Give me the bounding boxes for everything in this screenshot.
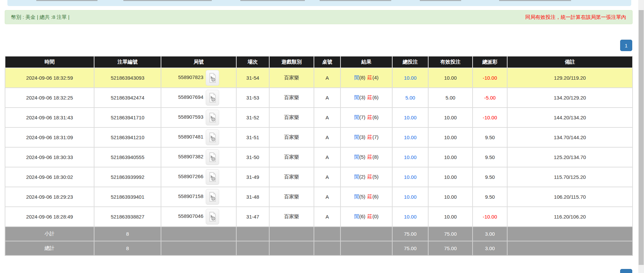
cell-total-bet[interactable]: 10.00 xyxy=(392,68,428,88)
header-total-bet: 總投注 xyxy=(392,56,428,68)
video-replay-icon[interactable] xyxy=(206,149,219,165)
cell-total-bet[interactable]: 10.00 xyxy=(392,147,428,167)
cell-game-type: 百家樂 xyxy=(269,167,314,187)
cell-total-bet[interactable]: 10.00 xyxy=(392,127,428,147)
cell-game-type: 百家樂 xyxy=(269,127,314,147)
filter-panel-cutoff xyxy=(7,0,631,6)
cell-valid-bet: 5.00 xyxy=(428,88,473,108)
result-banker-label: 莊 xyxy=(367,213,372,219)
cell-remark: 134.20/129.20 xyxy=(507,88,633,108)
header-payout: 總派彩 xyxy=(473,56,507,68)
table-row: 2024-09-06 18:32:25 521863942474 5589076… xyxy=(5,88,633,108)
vertical-scrollbar[interactable] xyxy=(638,0,644,273)
cell-total-bet[interactable]: 5.00 xyxy=(392,88,428,108)
cell-bet-no: 521863942474 xyxy=(94,88,161,108)
grand-total-payout: 3.00 xyxy=(473,241,507,256)
input-underline xyxy=(240,0,305,1)
cell-bet-no: 521863938827 xyxy=(94,207,161,227)
subtotal-label: 小計 xyxy=(5,227,94,241)
table-header-row: 時間 注單編號 局號 場次 遊戲類別 桌號 結果 總投注 有效投注 總派彩 備註 xyxy=(5,56,633,68)
result-player-score: (3) xyxy=(359,134,365,140)
result-player-score: (2) xyxy=(359,174,365,180)
video-replay-icon[interactable] xyxy=(206,169,219,185)
pagination-page-1-top[interactable]: 1 xyxy=(620,40,632,51)
cell-total-bet[interactable]: 10.00 xyxy=(392,187,428,207)
cell-bet-no: 521863940555 xyxy=(94,147,161,167)
video-replay-icon[interactable] xyxy=(206,70,219,86)
result-banker-score: (6) xyxy=(372,94,378,100)
cell-result: 閒(6)莊(0) xyxy=(340,207,392,227)
cell-total-bet[interactable]: 10.00 xyxy=(392,207,428,227)
video-replay-icon[interactable] xyxy=(206,209,219,225)
cell-table-no: A xyxy=(314,127,340,147)
cell-payout: -10.00 xyxy=(473,108,507,127)
pagination-page-1-bottom[interactable]: 1 xyxy=(620,269,632,273)
cell-time: 2024-09-06 18:29:23 xyxy=(5,187,94,207)
cell-bet-no: 521863943093 xyxy=(94,68,161,88)
table-row: 2024-09-06 18:30:33 521863940555 5589073… xyxy=(5,147,633,167)
result-banker-score: (8) xyxy=(372,154,378,160)
result-player-score: (5) xyxy=(359,154,365,160)
cell-valid-bet: 10.00 xyxy=(428,147,473,167)
cell-session: 31-50 xyxy=(236,147,269,167)
cell-round-no: 558907593 xyxy=(161,108,236,127)
cell-game-type: 百家樂 xyxy=(269,68,314,88)
cell-result: 閒(8)莊(4) xyxy=(340,68,392,88)
cell-bet-no: 521863941210 xyxy=(94,127,161,147)
video-replay-icon[interactable] xyxy=(206,90,219,106)
result-player-label: 閒 xyxy=(354,154,359,160)
cell-remark: 144.20/134.20 xyxy=(507,108,633,127)
cell-total-bet[interactable]: 10.00 xyxy=(392,108,428,127)
cell-remark: 106.20/115.70 xyxy=(507,187,633,207)
video-replay-icon[interactable] xyxy=(206,129,219,145)
cell-game-type: 百家樂 xyxy=(269,187,314,207)
cell-session: 31-49 xyxy=(236,167,269,187)
cell-payout: -10.00 xyxy=(473,207,507,227)
cell-session: 31-48 xyxy=(236,187,269,207)
round-no-text: 558907266 xyxy=(178,173,203,179)
cell-payout: -10.00 xyxy=(473,68,507,88)
result-player-label: 閒 xyxy=(354,213,359,219)
scrollbar-thumb[interactable] xyxy=(639,10,644,265)
result-player-score: (5) xyxy=(359,194,365,199)
cell-table-no: A xyxy=(314,68,340,88)
cell-remark: 129.20/119.20 xyxy=(507,68,633,88)
header-session: 場次 xyxy=(236,56,269,68)
cell-valid-bet: 10.00 xyxy=(428,167,473,187)
cell-valid-bet: 10.00 xyxy=(428,127,473,147)
result-banker-label: 莊 xyxy=(367,174,372,180)
cell-table-no: A xyxy=(314,147,340,167)
input-underline xyxy=(320,0,391,1)
table-row: 2024-09-06 18:31:43 521863941710 5589075… xyxy=(5,108,633,127)
header-valid-bet: 有效投注 xyxy=(428,56,473,68)
result-player-label: 閒 xyxy=(354,194,359,199)
subtotal-total-bet: 75.00 xyxy=(392,227,428,241)
cell-result: 閒(3)莊(7) xyxy=(340,127,392,147)
table-row: 2024-09-06 18:29:23 521863939401 5589071… xyxy=(5,187,633,207)
cell-remark: 125.20/134.70 xyxy=(507,147,633,167)
cell-session: 31-53 xyxy=(236,88,269,108)
cell-payout: 9.50 xyxy=(473,187,507,207)
grand-total-count: 8 xyxy=(94,241,161,256)
cell-bet-no: 521863939401 xyxy=(94,187,161,207)
result-banker-score: (5) xyxy=(372,174,378,180)
cell-session: 31-51 xyxy=(236,127,269,147)
table-row: 2024-09-06 18:31:09 521863941210 5589074… xyxy=(5,127,633,147)
cell-total-bet[interactable]: 10.00 xyxy=(392,167,428,187)
video-replay-icon[interactable] xyxy=(206,110,219,125)
round-no-text: 558907593 xyxy=(178,114,203,120)
cell-time: 2024-09-06 18:30:33 xyxy=(5,147,94,167)
cell-session: 31-47 xyxy=(236,207,269,227)
result-banker-label: 莊 xyxy=(367,94,372,100)
cell-result: 閒(2)莊(5) xyxy=(340,167,392,187)
cell-time: 2024-09-06 18:30:02 xyxy=(5,167,94,187)
bet-record-table: 時間 注單編號 局號 場次 遊戲類別 桌號 結果 總投注 有效投注 總派彩 備註… xyxy=(5,56,632,256)
cell-payout: -5.00 xyxy=(473,88,507,108)
video-replay-icon[interactable] xyxy=(206,189,219,205)
cell-valid-bet: 10.00 xyxy=(428,207,473,227)
result-player-score: (6) xyxy=(359,213,365,219)
cell-table-no: A xyxy=(314,207,340,227)
cell-round-no: 558907158 xyxy=(161,187,236,207)
cell-table-no: A xyxy=(314,187,340,207)
cell-round-no: 558907823 xyxy=(161,68,236,88)
